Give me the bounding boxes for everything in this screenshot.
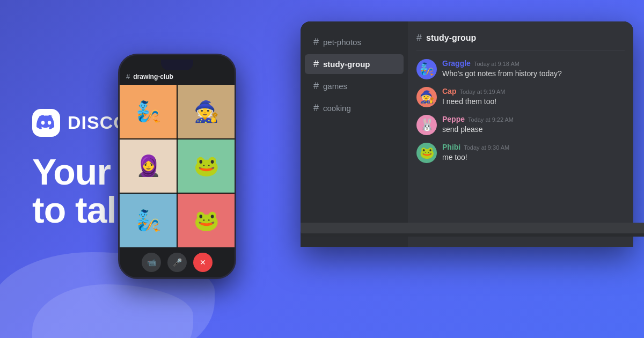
channel-label: pet-photos [323,38,361,47]
avatar-graggle: 🧞 [416,59,437,79]
phone-hash-icon: # [126,72,130,80]
video-cell-4: 🐸 [178,139,235,193]
end-call-button[interactable]: ✕ [193,253,213,272]
message-author-phibi: Phibi [442,143,460,151]
video-cell-1: 🧞 [120,85,177,138]
avatar-cap: 🧙 [416,87,437,107]
channel-item-pet-photos[interactable]: # pet-photos [305,32,404,52]
message-1: 🧞 Graggle Today at 9:18 AM Who's got not… [416,59,625,79]
mute-control-button[interactable]: 🎤 [167,253,187,272]
message-4: 🐸 Phibi Today at 9:30 AM me too! [416,143,625,163]
message-author-graggle: Graggle [442,59,471,68]
laptop-screen: # pet-photos # study-group # games # coo… [301,21,633,247]
message-header-1: Graggle Today at 9:18 AM [442,59,625,68]
laptop-base-bottom [301,233,644,237]
message-header-3: Peppe Today at 9:22 AM [442,115,625,123]
message-text-2: I need them too! [442,97,625,107]
laptop-base [301,223,644,234]
channel-item-games[interactable]: # games [305,76,404,96]
message-text-4: me too! [442,152,625,163]
channel-label: cooking [323,104,351,113]
video-cell-6: 🐸 [178,194,235,247]
channel-label: games [323,82,347,91]
message-time-1: Today at 9:18 AM [474,61,519,67]
chat-header: # study-group [416,32,625,50]
phone-screen: # drawing-club 🧞 🧙 🧕 🐸 🧞 🐸 📹 [120,55,235,277]
message-author-cap: Cap [442,87,456,95]
laptop-mockup: # pet-photos # study-group # games # coo… [301,21,633,247]
message-content-1: Graggle Today at 9:18 AM Who's got notes… [442,59,625,79]
phone-mockup: # drawing-club 🧞 🧙 🧕 🐸 🧞 🐸 📹 [118,54,236,279]
phone-notch [161,60,193,70]
message-header-2: Cap Today at 9:19 AM [442,87,625,95]
message-content-3: Peppe Today at 9:22 AM send please [442,115,625,135]
video-control-button[interactable]: 📹 [142,253,161,272]
channel-item-cooking[interactable]: # cooking [305,98,404,118]
message-time-2: Today at 9:19 AM [459,89,505,95]
video-cell-3: 🧕 [120,139,177,193]
message-3: 🐰 Peppe Today at 9:22 AM send please [416,115,625,135]
chat-channel-name: study-group [426,33,476,43]
channel-item-study-group[interactable]: # study-group [305,54,404,74]
message-content-2: Cap Today at 9:19 AM I need them too! [442,87,625,107]
hash-icon: # [313,58,319,70]
message-text-1: Who's got notes from history today? [442,69,625,79]
message-header-4: Phibi Today at 9:30 AM [442,143,625,151]
message-author-peppe: Peppe [442,115,465,123]
avatar-phibi: 🐸 [416,143,437,163]
message-time-3: Today at 9:22 AM [468,116,514,123]
discord-logo-icon [32,109,60,137]
phone-channel-name: drawing-club [133,73,173,80]
channel-label: study-group [323,60,370,69]
hash-icon: # [313,36,319,48]
message-content-4: Phibi Today at 9:30 AM me too! [442,143,625,163]
hash-icon: # [313,80,319,92]
message-text-3: send please [442,124,625,135]
phone-controls: 📹 🎤 ✕ [120,247,235,277]
message-2: 🧙 Cap Today at 9:19 AM I need them too! [416,87,625,107]
avatar-peppe: 🐰 [416,115,437,135]
chat-area: # study-group 🧞 Graggle Today at 9:18 AM… [408,21,633,247]
video-grid: 🧞 🧙 🧕 🐸 🧞 🐸 [120,85,235,247]
hash-icon: # [313,102,319,114]
channel-sidebar: # pet-photos # study-group # games # coo… [301,21,408,247]
chat-hash-icon: # [416,32,422,43]
message-time-4: Today at 9:30 AM [464,144,509,151]
video-cell-5: 🧞 [120,194,177,247]
video-cell-2: 🧙 [178,85,235,138]
